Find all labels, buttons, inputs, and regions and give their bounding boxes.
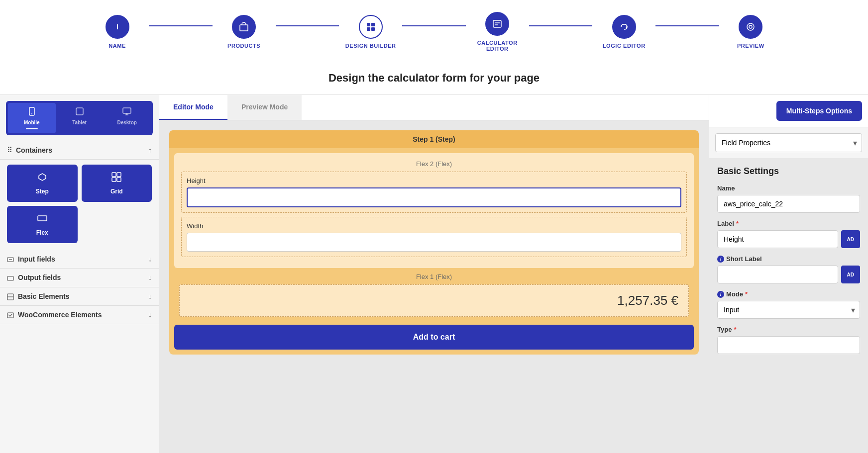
- flex2-label: Flex 2 (Flex): [181, 160, 687, 168]
- add-to-cart-label: Add to cart: [413, 333, 455, 341]
- step-label-logic-editor: LOGIC EDITOR: [603, 43, 646, 49]
- output-fields-section[interactable]: Output fields ↓: [0, 269, 159, 287]
- basic-elements-arrow-icon: ↓: [148, 292, 152, 300]
- step-line-4: [529, 25, 592, 26]
- bs-short-label-input[interactable]: [717, 266, 838, 283]
- bs-type-label: Type *: [717, 326, 860, 333]
- device-tab-desktop[interactable]: Desktop: [103, 103, 151, 133]
- bs-type-group: Type *: [717, 326, 860, 354]
- bs-mode-select[interactable]: Input Output Hidden: [717, 301, 860, 319]
- page-title: Design the calculator form for your page: [0, 72, 868, 85]
- svg-point-10: [749, 25, 752, 28]
- woocommerce-elements-arrow-icon: ↓: [148, 311, 152, 319]
- calc-form-outer: Step 1 (Step) Flex 2 (Flex) Height Width: [169, 130, 699, 355]
- bs-label-label-text: Label: [717, 220, 734, 227]
- width-field-label: Width: [187, 222, 681, 230]
- calc-step-label: Step 1 (Step): [413, 135, 455, 143]
- add-to-cart-button[interactable]: Add to cart: [174, 325, 694, 350]
- bs-label-ad-button[interactable]: AD: [841, 230, 860, 248]
- input-fields-icon: [7, 255, 14, 263]
- tab-preview-mode[interactable]: Preview Mode: [227, 95, 302, 120]
- bs-name-label-text: Name: [717, 184, 735, 192]
- svg-rect-3: [371, 23, 375, 26]
- input-fields-section[interactable]: Input fields ↓: [0, 250, 159, 269]
- tablet-icon: [75, 107, 84, 118]
- flex1-section: Flex 1 (Flex) 1,257.35 €: [174, 273, 694, 317]
- mode-info-icon: i: [717, 291, 724, 298]
- bs-short-label-ad-button[interactable]: AD: [841, 266, 860, 283]
- short-label-info-icon: i: [717, 256, 724, 263]
- step-label-products: PRODUCTS: [227, 43, 260, 49]
- containers-section-header[interactable]: ⠿ Containers ↑: [0, 141, 159, 160]
- step-container-btn[interactable]: Step: [7, 165, 78, 202]
- height-field-group: Height: [181, 172, 687, 213]
- grid-container-btn[interactable]: Grid: [82, 165, 152, 202]
- step-preview[interactable]: PREVIEW: [719, 15, 782, 49]
- bs-name-label: Name: [717, 184, 860, 192]
- bs-type-input[interactable]: [717, 336, 860, 354]
- step-calculator-editor[interactable]: CALCULATOR EDITOR: [466, 12, 529, 52]
- left-sidebar: Mobile Tablet Desktop ⠿ Containers: [0, 95, 159, 453]
- canvas-area: Editor Mode Preview Mode Step 1 (Step) F…: [159, 95, 709, 453]
- bs-short-label-group: i Short Label AD: [717, 255, 860, 283]
- step-line-1: [149, 25, 212, 26]
- svg-rect-1: [240, 25, 248, 31]
- canvas-content: Step 1 (Step) Flex 2 (Flex) Height Width: [159, 120, 709, 453]
- step-btn-icon: [37, 172, 48, 185]
- output-value: 1,257.35 €: [617, 293, 678, 308]
- bs-name-input[interactable]: [717, 195, 860, 213]
- flex-container-btn[interactable]: Flex: [7, 206, 78, 243]
- step-btn-label: Step: [36, 188, 49, 195]
- field-props-select-wrapper: Field Properties Container Properties St…: [709, 127, 868, 158]
- mobile-tab-label: Mobile: [24, 120, 40, 125]
- bs-type-label-text: Type: [717, 326, 732, 333]
- bs-short-label-label: i Short Label: [717, 255, 860, 263]
- bs-name-group: Name: [717, 184, 860, 213]
- calc-step-header: Step 1 (Step): [169, 130, 699, 148]
- right-panel-top: Multi-Steps Options: [709, 95, 868, 127]
- multi-steps-button[interactable]: Multi-Steps Options: [776, 101, 862, 121]
- multi-steps-label: Multi-Steps Options: [786, 107, 852, 115]
- svg-point-9: [747, 23, 754, 30]
- step-line-5: [655, 25, 719, 26]
- bs-type-required: *: [734, 326, 736, 333]
- svg-rect-5: [371, 27, 375, 31]
- svg-rect-4: [367, 27, 370, 31]
- basic-elements-label: Basic Elements: [18, 292, 70, 300]
- page-title-section: Design the calculator form for your page: [0, 60, 868, 95]
- width-input[interactable]: [187, 233, 681, 252]
- tab-editor-mode[interactable]: Editor Mode: [159, 95, 227, 120]
- bs-label-label: Label *: [717, 220, 860, 227]
- bs-short-label-ad-icon: AD: [847, 272, 854, 277]
- step-circle-name: I: [106, 15, 129, 39]
- basic-elements-section[interactable]: Basic Elements ↓: [0, 287, 159, 306]
- height-input[interactable]: [187, 187, 681, 207]
- stepper-bar: I NAME PRODUCTS DESIGN BUILDER CALCULATO: [0, 0, 868, 60]
- bs-label-group: Label * AD: [717, 220, 860, 248]
- svg-rect-20: [117, 178, 121, 181]
- basic-settings-title: Basic Settings: [717, 166, 860, 177]
- field-properties-select[interactable]: Field Properties Container Properties St…: [715, 133, 862, 152]
- device-tab-tablet[interactable]: Tablet: [56, 103, 104, 133]
- svg-rect-17: [112, 173, 116, 177]
- preview-mode-label: Preview Mode: [241, 103, 288, 111]
- step-label-calculator-editor: CALCULATOR EDITOR: [466, 40, 529, 52]
- basic-settings-panel: Basic Settings Name Label * AD: [709, 158, 868, 453]
- step-name[interactable]: I NAME: [86, 15, 149, 49]
- step-design-builder[interactable]: DESIGN BUILDER: [339, 15, 402, 49]
- svg-text:I: I: [116, 23, 118, 31]
- grid-btn-icon: [111, 172, 122, 185]
- svg-rect-21: [38, 216, 47, 221]
- mobile-icon: [27, 107, 36, 118]
- device-tab-mobile[interactable]: Mobile: [8, 103, 56, 133]
- step-products[interactable]: PRODUCTS: [213, 15, 276, 49]
- step-logic-editor[interactable]: LOGIC EDITOR: [592, 15, 655, 49]
- bs-label-input[interactable]: [717, 230, 838, 248]
- woocommerce-elements-section[interactable]: WooCommerce Elements ↓: [0, 306, 159, 324]
- step-circle-logic-editor: [612, 15, 636, 39]
- tablet-tab-label: Tablet: [72, 120, 87, 125]
- containers-label: Containers: [16, 146, 52, 154]
- svg-rect-27: [7, 313, 13, 318]
- output-fields-label: Output fields: [18, 273, 61, 281]
- svg-rect-13: [76, 108, 83, 115]
